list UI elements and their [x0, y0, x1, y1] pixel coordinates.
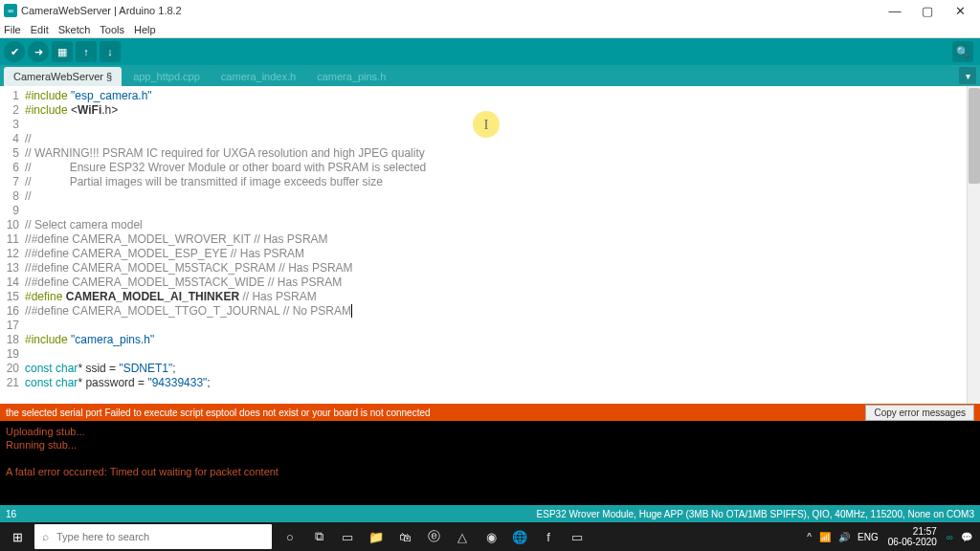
window-title: CameraWebServer | Arduino 1.8.2: [21, 5, 182, 16]
serial-monitor-button[interactable]: 🔍: [952, 41, 973, 62]
tray-notifications-icon[interactable]: 💬: [961, 532, 972, 542]
arduino-logo-icon: ∞: [4, 4, 17, 17]
taskbar-search[interactable]: ⌕ Type here to search: [34, 524, 272, 549]
taskbar-app-2[interactable]: 📁: [362, 522, 390, 551]
tab-camera-index[interactable]: camera_index.h: [212, 67, 305, 86]
toolbar: ✔ ➜ ▦ ↑ ↓ 🔍: [0, 38, 980, 65]
taskbar-app-9[interactable]: ▭: [563, 522, 591, 551]
tab-main[interactable]: CameraWebServer §: [4, 67, 122, 86]
status-line: 16: [6, 509, 16, 519]
search-icon: ⌕: [42, 530, 49, 543]
status-bar: 16 ESP32 Wrover Module, Huge APP (3MB No…: [0, 505, 980, 522]
taskbar-app-1[interactable]: ▭: [333, 522, 362, 551]
copy-error-button[interactable]: Copy error messages: [865, 405, 974, 421]
cortana-icon[interactable]: ○: [276, 522, 304, 551]
tray-arduino-icon[interactable]: ∞: [947, 532, 953, 542]
taskbar-app-3[interactable]: 🛍: [390, 522, 419, 551]
text-cursor: [351, 304, 352, 318]
code-editor[interactable]: 123456789101112131415161718192021 #inclu…: [0, 86, 980, 404]
error-bar: the selected serial port Failed to execu…: [0, 404, 980, 421]
new-button[interactable]: ▦: [52, 41, 73, 62]
system-tray[interactable]: ^ 📶 🔊 ENG 21:57 06-06-2020 ∞ 💬: [799, 522, 980, 551]
taskbar-app-5[interactable]: △: [448, 522, 477, 551]
menu-tools[interactable]: Tools: [100, 24, 124, 35]
save-button[interactable]: ↓: [100, 41, 121, 62]
tray-sound-icon[interactable]: 🔊: [838, 532, 850, 542]
tab-bar: CameraWebServer § app_httpd.cpp camera_i…: [0, 65, 980, 86]
menu-help[interactable]: Help: [134, 24, 156, 35]
scrollbar-thumb[interactable]: [969, 88, 980, 184]
menu-sketch[interactable]: Sketch: [58, 24, 91, 35]
start-button[interactable]: ⊞: [0, 522, 34, 551]
tray-lang[interactable]: ENG: [858, 532, 879, 542]
taskbar-clock[interactable]: 21:57 06-06-2020: [888, 526, 937, 547]
menu-bar: File Edit Sketch Tools Help: [0, 21, 980, 38]
console-output[interactable]: Uploading stub...Running stub... A fatal…: [0, 421, 980, 505]
maximize-button[interactable]: ▢: [911, 0, 944, 21]
line-gutter: 123456789101112131415161718192021: [0, 86, 25, 404]
mouse-cursor-icon: I: [473, 111, 500, 138]
error-message: the selected serial port Failed to execu…: [6, 408, 431, 418]
tab-app-httpd[interactable]: app_httpd.cpp: [123, 67, 210, 86]
verify-button[interactable]: ✔: [4, 41, 25, 62]
taskbar-app-7[interactable]: 🌐: [505, 522, 534, 551]
taskbar-app-6[interactable]: ◉: [477, 522, 505, 551]
minimize-button[interactable]: —: [879, 0, 911, 21]
tray-network-icon[interactable]: 📶: [819, 532, 831, 542]
search-placeholder: Type here to search: [56, 531, 149, 542]
tab-menu-button[interactable]: ▾: [959, 67, 976, 84]
status-board-info: ESP32 Wrover Module, Huge APP (3MB No OT…: [537, 509, 974, 519]
editor-scrollbar[interactable]: [967, 86, 980, 404]
menu-file[interactable]: File: [4, 24, 21, 35]
tray-expand-icon[interactable]: ^: [807, 532, 812, 542]
close-button[interactable]: ✕: [944, 0, 976, 21]
tab-camera-pins[interactable]: camera_pins.h: [307, 67, 395, 86]
menu-edit[interactable]: Edit: [31, 24, 49, 35]
windows-taskbar: ⊞ ⌕ Type here to search ○ ⧉ ▭ 📁 🛍 ⓔ △ ◉ …: [0, 522, 980, 551]
taskbar-app-4[interactable]: ⓔ: [419, 522, 448, 551]
open-button[interactable]: ↑: [76, 41, 97, 62]
upload-button[interactable]: ➜: [28, 41, 49, 62]
window-titlebar: ∞ CameraWebServer | Arduino 1.8.2 — ▢ ✕: [0, 0, 980, 21]
task-view-icon[interactable]: ⧉: [304, 522, 333, 551]
taskbar-app-8[interactable]: f: [534, 522, 563, 551]
